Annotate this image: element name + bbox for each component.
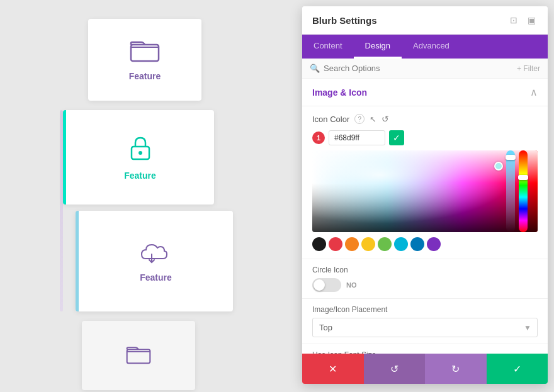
color-picker-canvas[interactable] bbox=[312, 150, 538, 232]
hex-row: 1 ✓ bbox=[312, 130, 538, 145]
swatch-red[interactable] bbox=[329, 237, 342, 251]
tab-content[interactable]: Content bbox=[302, 35, 354, 59]
use-icon-font-size-row: Use Icon Font Size YES bbox=[302, 344, 548, 354]
placement-row: Image/Icon Placement Top Left Right Bott… bbox=[302, 299, 548, 344]
panel-actions: ✕ ↺ ↻ ✓ bbox=[302, 354, 548, 384]
circle-icon-toggle-label: NO bbox=[346, 281, 357, 289]
placement-label: Image/Icon Placement bbox=[312, 305, 538, 314]
search-icon: 🔍 bbox=[310, 64, 320, 73]
circle-icon-toggle-row: NO bbox=[312, 278, 538, 292]
hue-slider[interactable] bbox=[519, 150, 528, 232]
alpha-slider[interactable] bbox=[506, 150, 515, 232]
circle-icon-row: Circle Icon NO bbox=[302, 259, 548, 299]
purple-accent bbox=[60, 110, 63, 311]
folder-icon bbox=[130, 38, 160, 65]
feature-card-3: Feature bbox=[76, 211, 233, 311]
feature-label-3: Feature bbox=[140, 272, 172, 283]
circle-icon-toggle[interactable] bbox=[312, 278, 341, 292]
placement-select[interactable]: Top Left Right Bottom bbox=[312, 318, 538, 337]
placement-select-wrapper: Top Left Right Bottom ▼ bbox=[312, 318, 538, 337]
help-icon[interactable]: ? bbox=[354, 114, 365, 124]
panel-search: 🔍 + Filter bbox=[302, 59, 548, 79]
tab-advanced[interactable]: Advanced bbox=[402, 35, 461, 59]
reset-button[interactable]: ↺ bbox=[364, 354, 426, 384]
swatch-orange[interactable] bbox=[345, 237, 359, 251]
color-picker-cursor bbox=[494, 162, 503, 171]
restore-icon[interactable]: ⊡ bbox=[507, 14, 520, 26]
icon-color-label: Icon Color bbox=[312, 115, 349, 124]
section-collapse-icon[interactable]: ∧ bbox=[530, 86, 538, 98]
swatch-purple[interactable] bbox=[427, 237, 441, 251]
folder-icon-2 bbox=[126, 344, 151, 367]
canvas-area: Feature Feature Feature bbox=[0, 0, 283, 392]
layer-badge: 1 bbox=[312, 132, 325, 144]
cloud-icon bbox=[139, 240, 173, 266]
panel-tabs: Content Design Advanced bbox=[302, 35, 548, 59]
filter-button[interactable]: + Filter bbox=[517, 64, 540, 73]
panel-content: Image & Icon ∧ Icon Color ? ↖ ↺ 1 ✓ bbox=[302, 79, 548, 354]
circle-icon-label: Circle Icon bbox=[312, 266, 538, 274]
feature-label-1: Feature bbox=[129, 71, 161, 81]
alpha-slider-thumb bbox=[506, 155, 516, 160]
reset-color-icon[interactable]: ↺ bbox=[382, 114, 389, 124]
gradient-white-spot bbox=[312, 150, 538, 232]
toggle-thumb bbox=[314, 279, 325, 291]
swatch-yellow[interactable] bbox=[361, 237, 375, 251]
confirm-button[interactable]: ✓ bbox=[487, 354, 548, 384]
tab-design[interactable]: Design bbox=[354, 35, 402, 59]
search-input[interactable] bbox=[324, 64, 517, 73]
settings-panel: Blurb Settings ⊡ ▣ Content Design Advanc… bbox=[302, 6, 548, 384]
cards-wrapper: Feature Feature Feature bbox=[25, 13, 258, 379]
svg-point-2 bbox=[138, 151, 142, 155]
panel-title: Blurb Settings bbox=[312, 15, 377, 26]
swatch-blue[interactable] bbox=[410, 237, 424, 251]
feature-card-4 bbox=[82, 321, 195, 390]
icon-color-label-row: Icon Color ? ↖ ↺ bbox=[312, 114, 538, 124]
feature-label-2: Feature bbox=[124, 171, 156, 181]
swatch-lightblue[interactable] bbox=[394, 237, 408, 251]
swatch-black[interactable] bbox=[312, 237, 326, 251]
image-icon-title: Image & Icon bbox=[312, 87, 367, 98]
cancel-button[interactable]: ✕ bbox=[302, 354, 364, 384]
expand-icon[interactable]: ▣ bbox=[525, 14, 538, 26]
icon-color-section: Icon Color ? ↖ ↺ 1 ✓ bbox=[302, 106, 548, 259]
swatch-green[interactable] bbox=[378, 237, 392, 251]
image-icon-section-header: Image & Icon ∧ bbox=[302, 79, 548, 106]
lock-icon bbox=[127, 134, 154, 164]
hex-confirm-button[interactable]: ✓ bbox=[389, 130, 404, 145]
panel-header: Blurb Settings ⊡ ▣ bbox=[302, 6, 548, 35]
feature-card-2: Feature bbox=[63, 110, 214, 204]
cursor-icon: ↖ bbox=[370, 115, 376, 124]
feature-card-1: Feature bbox=[88, 19, 201, 101]
redo-button[interactable]: ↻ bbox=[425, 354, 487, 384]
panel-header-icons: ⊡ ▣ bbox=[507, 14, 538, 26]
hex-input[interactable] bbox=[329, 130, 385, 145]
color-swatches bbox=[312, 237, 538, 251]
hue-slider-thumb bbox=[518, 175, 528, 180]
